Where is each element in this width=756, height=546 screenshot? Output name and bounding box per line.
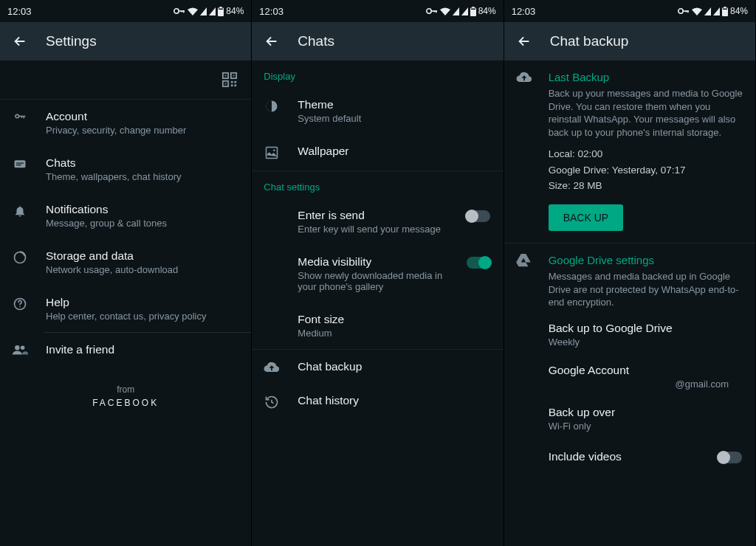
chats-item-enter-send[interactable]: Enter is send Enter key will send your m… (252, 198, 503, 245)
battery-icon (722, 7, 728, 16)
item-sub: System default (298, 113, 491, 124)
gdrive-item-frequency[interactable]: Back up to Google Drive Weekly (504, 314, 755, 356)
vpn-key-icon (678, 7, 690, 15)
svg-point-24 (21, 346, 24, 350)
gdrive-section: Google Drive settings Messages and media… (504, 243, 755, 314)
last-backup-section: Last Backup Back up your messages and me… (504, 61, 755, 243)
settings-item-invite[interactable]: Invite a friend (0, 333, 251, 367)
gdrive-settings-desc: Messages and media backed up in Google D… (549, 270, 743, 309)
item-sub: Enter key will send your message (298, 224, 448, 235)
status-battery: 84% (478, 6, 496, 16)
item-title: Help (46, 296, 239, 309)
profile-row[interactable] (0, 61, 251, 99)
item-title: Notifications (46, 203, 239, 216)
item-title: Chat history (298, 394, 491, 407)
backup-button[interactable]: BACK UP (549, 204, 623, 231)
svg-rect-10 (225, 75, 227, 77)
svg-rect-5 (220, 7, 222, 8)
cloud-upload-icon (516, 71, 532, 231)
help-icon (12, 296, 28, 311)
svg-rect-17 (15, 160, 26, 167)
svg-rect-11 (233, 75, 235, 77)
item-title: Account (46, 110, 239, 123)
status-battery: 84% (730, 6, 748, 16)
chats-item-history[interactable]: Chat history (252, 384, 503, 420)
item-sub: Weekly (549, 336, 743, 348)
item-sub: Medium (298, 328, 491, 339)
svg-rect-19 (16, 165, 21, 165)
backup-size: Size: 28 MB (549, 178, 743, 194)
back-arrow-icon[interactable] (264, 33, 280, 49)
settings-item-help[interactable]: Help Help center, contact us, privacy po… (0, 286, 251, 332)
settings-item-notifications[interactable]: Notifications Message, group & call tone… (0, 193, 251, 239)
item-sub: Privacy, security, change number (46, 125, 239, 136)
status-right: 84% (173, 6, 244, 16)
item-sub: Help center, contact us, privacy policy (46, 311, 239, 322)
page-title: Settings (46, 33, 97, 49)
gdrive-time: Google Drive: Yesterday, 07:17 (549, 162, 743, 179)
gdrive-settings-title: Google Drive settings (549, 254, 743, 266)
people-icon (12, 343, 28, 356)
svg-rect-41 (723, 8, 727, 10)
settings-item-account[interactable]: Account Privacy, security, change number (0, 100, 251, 146)
status-battery: 84% (226, 6, 244, 16)
item-sub: Theme, wallpapers, chat history (46, 171, 239, 182)
settings-item-storage[interactable]: Storage and data Network usage, auto-dow… (0, 239, 251, 286)
chats-item-font-size[interactable]: Font size Medium (252, 303, 503, 349)
svg-rect-2 (183, 10, 185, 13)
backup-content: Last Backup Back up your messages and me… (504, 61, 755, 546)
gdrive-item-over[interactable]: Back up over Wi-Fi only (504, 398, 755, 440)
item-sub: Wi-Fi only (549, 421, 743, 432)
svg-rect-33 (267, 148, 278, 159)
chats-item-media-visibility[interactable]: Media visibility Show newly downloaded m… (252, 245, 503, 303)
theme-icon (264, 98, 280, 114)
header: Settings (0, 22, 251, 61)
signal-icon-2 (461, 7, 468, 15)
item-title: Include videos (549, 450, 622, 463)
item-title: Chat backup (298, 360, 491, 373)
google-drive-icon (516, 254, 532, 309)
status-time: 12:03 (259, 6, 284, 17)
svg-rect-14 (235, 81, 237, 83)
svg-rect-16 (235, 84, 237, 86)
header: Chat backup (504, 22, 755, 61)
wifi-icon (188, 7, 198, 15)
last-backup-desc: Back up your messages and media to Googl… (549, 87, 743, 139)
section-chat-settings: Chat settings (252, 171, 503, 198)
signal-icon-2 (209, 7, 216, 15)
chats-item-wallpaper[interactable]: Wallpaper (252, 134, 503, 170)
wallpaper-icon (264, 145, 280, 160)
history-icon (264, 394, 280, 410)
backup-info: Local: 02:00 Google Drive: Yesterday, 07… (549, 146, 743, 194)
toggle-media-visibility[interactable] (467, 257, 490, 269)
item-title: Wallpaper (298, 145, 491, 158)
settings-item-chats[interactable]: Chats Theme, wallpapers, chat history (0, 146, 251, 193)
bell-icon (12, 203, 28, 218)
back-arrow-icon[interactable] (516, 33, 532, 49)
chats-item-backup[interactable]: Chat backup (252, 350, 503, 384)
svg-rect-37 (687, 10, 689, 13)
svg-rect-40 (724, 7, 726, 8)
data-usage-icon (12, 249, 28, 265)
qr-icon[interactable] (221, 72, 238, 88)
section-display: Display (252, 61, 503, 88)
item-title: Back up to Google Drive (549, 322, 743, 335)
vpn-key-icon (426, 7, 438, 15)
panel-backup: 12:03 84% Chat backup Last Backup Back u… (504, 0, 756, 546)
page-title: Chats (298, 33, 334, 49)
status-bar: 12:03 84% (504, 0, 755, 22)
chats-item-theme[interactable]: Theme System default (252, 88, 503, 134)
gdrive-item-videos[interactable]: Include videos (504, 440, 755, 471)
back-arrow-icon[interactable] (12, 33, 28, 49)
svg-rect-38 (685, 10, 687, 12)
header: Chats (252, 22, 503, 61)
toggle-enter-send[interactable] (467, 210, 490, 222)
local-time: Local: 02:00 (549, 146, 743, 162)
svg-point-35 (678, 9, 683, 13)
item-title: Google Account (549, 364, 743, 377)
svg-rect-27 (436, 10, 437, 13)
toggle-include-videos[interactable] (718, 452, 742, 463)
from-facebook: from FACEBOOK (0, 384, 251, 408)
gdrive-item-account[interactable]: Google Account @gmail.com (504, 356, 755, 398)
last-backup-title: Last Backup (549, 71, 743, 83)
